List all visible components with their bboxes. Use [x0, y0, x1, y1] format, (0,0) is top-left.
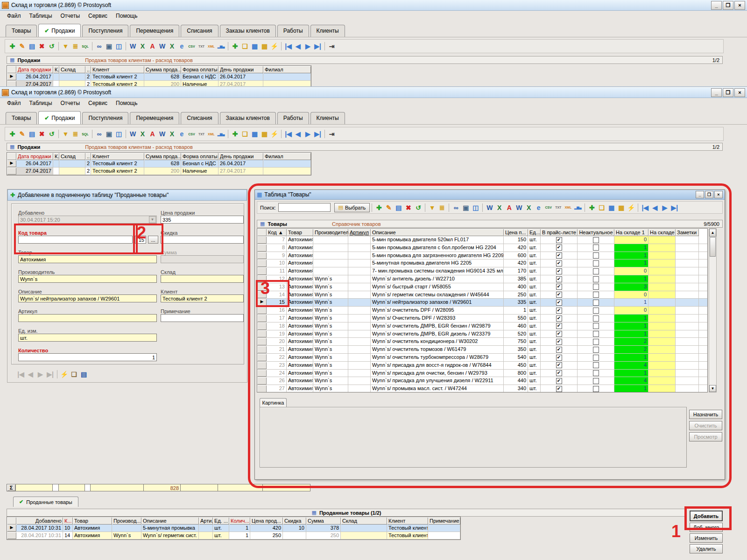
cell[interactable]: Тестовый клиент [387, 532, 428, 539]
assign-button[interactable]: Назначить [689, 410, 722, 419]
cell-tovar[interactable]: Автохимия [287, 299, 313, 306]
tab-4[interactable]: Списания [181, 25, 218, 37]
checkbox-checked-icon[interactable]: ✔ [556, 378, 562, 384]
cell-description[interactable]: Wynn`s/ присадка для улучшения дизеля / … [371, 377, 504, 385]
description-field[interactable]: Wynn`s/ нейтрализатор запахов / W29601 [18, 294, 157, 302]
export-excel-icon[interactable]: X [138, 129, 148, 139]
column-header[interactable]: Форма оплаты [181, 66, 218, 73]
cell[interactable] [59, 168, 85, 175]
table-row[interactable]: 18АвтохимияWynn`sWynn`s/ очиститель ДМРВ… [257, 322, 707, 330]
discount-field[interactable] [161, 236, 244, 244]
cell-description[interactable]: Wynn`s/ присадка для восст-я гидрок-ов /… [371, 362, 504, 369]
cell[interactable]: Тестовый клиент 2 [91, 81, 144, 87]
filter-tree-icon[interactable]: ≣ [437, 203, 447, 212]
column-header[interactable]: Арти... [199, 517, 213, 525]
cell-unit[interactable]: шт. [528, 370, 541, 377]
tab-3[interactable]: Перемещения [130, 112, 179, 124]
column-header[interactable]: Сумма прода... [144, 153, 181, 160]
tab-0[interactable]: Товары [6, 25, 37, 37]
row-selector[interactable] [257, 322, 267, 330]
checkbox-checked-icon[interactable]: ✔ [556, 308, 562, 314]
cell-unit[interactable]: шт. [528, 291, 541, 299]
nav-last-icon[interactable]: ▶| [313, 42, 323, 51]
cell-unit[interactable]: шт. [528, 236, 541, 244]
table-row[interactable]: 7Автохимия5-мин промывка двигателя 520мл… [257, 236, 707, 244]
edit-record-icon[interactable]: ✎ [17, 42, 27, 51]
row-selector[interactable] [257, 377, 267, 385]
column-header[interactable]: К... [53, 66, 59, 73]
row-selector[interactable] [257, 370, 267, 377]
cell-inactive[interactable] [578, 370, 614, 377]
cell-article[interactable] [348, 377, 371, 385]
print-icon[interactable]: ▣ [104, 129, 114, 139]
column-header[interactable]: Дата продажи [16, 66, 53, 73]
cell[interactable] [199, 532, 213, 539]
tab-7[interactable]: Клиенты [310, 112, 345, 124]
cell-code[interactable]: 26 [267, 377, 287, 385]
checkbox-unchecked-icon[interactable] [593, 315, 599, 322]
column-header[interactable]: Форма оплаты [181, 153, 218, 160]
cell-code[interactable]: 16 [267, 307, 287, 314]
cell-manufacturer[interactable]: Wynn`s [313, 275, 348, 283]
select-button[interactable]: ▤ Выбрать [334, 203, 370, 212]
cell-unit[interactable]: шт. [528, 338, 541, 345]
cell[interactable] [53, 168, 59, 175]
cell-price[interactable]: 800 [504, 370, 528, 377]
cell-stock1[interactable]: 1 [614, 259, 648, 267]
row-selector[interactable]: ▶ [7, 73, 16, 80]
cell[interactable]: 628 [144, 160, 181, 167]
column-header[interactable]: Описание [141, 517, 199, 525]
cell-stock2[interactable] [648, 315, 676, 322]
cell-notes[interactable] [676, 362, 699, 369]
cell-code[interactable]: 21 [267, 346, 287, 353]
cell-manufacturer[interactable]: Wynn`s [313, 377, 348, 385]
cell[interactable] [263, 160, 311, 167]
cell-tovar[interactable]: Автохимия [287, 275, 313, 283]
client-field[interactable]: Тестовый клиент 2 [161, 294, 244, 302]
delete-record-icon[interactable]: ✖ [403, 203, 413, 212]
cell[interactable]: 26.04.2017 [16, 73, 53, 80]
cell[interactable]: 26.04.2017 [16, 160, 53, 167]
cell-inactive[interactable] [578, 307, 614, 314]
column-header[interactable]: Производитель [313, 229, 348, 236]
cell-code[interactable]: 11 [267, 267, 287, 275]
export-html-icon[interactable]: e [534, 203, 543, 212]
restore-button[interactable]: ❐ [723, 88, 733, 97]
menu-item-3[interactable]: Сервис [84, 11, 112, 21]
checkbox-checked-icon[interactable]: ✔ [556, 347, 562, 353]
cell[interactable] [199, 525, 213, 532]
export-word-report-icon[interactable]: W [157, 129, 167, 139]
compute-icon[interactable]: ⚡ [626, 203, 636, 212]
cell-tovar[interactable]: Автохимия [287, 236, 313, 244]
cell-notes[interactable] [676, 330, 699, 338]
cell-description[interactable]: Wynn`s/ очиститель турбокомпрессора / W2… [371, 354, 504, 361]
cell[interactable]: Wynn`s/ герметик сист. [141, 532, 199, 539]
export-excel-report-icon[interactable]: X [167, 129, 177, 139]
delete-record-icon[interactable]: ✖ [37, 42, 47, 51]
cell[interactable]: 420 [250, 525, 283, 532]
table-row[interactable]: 14АвтохимияWynn`sWynn`s/ герметик систем… [257, 291, 707, 299]
cell[interactable] [53, 160, 59, 167]
cell-notes[interactable] [676, 259, 699, 267]
cell[interactable] [59, 160, 85, 167]
cell-manufacturer[interactable] [313, 244, 348, 252]
cell[interactable]: 28.04.2017 10:31 [16, 525, 63, 532]
close-button[interactable]: × [734, 88, 745, 97]
column-header[interactable]: Клиент [91, 66, 144, 73]
cell[interactable]: Автохимия [73, 525, 112, 532]
cell[interactable] [263, 168, 311, 175]
cell-stock2[interactable] [648, 307, 676, 314]
cell-price[interactable]: 420 [504, 244, 528, 252]
cell-description[interactable]: Wynn`s/ Очиститель DPF / W28393 [371, 315, 504, 322]
cell-unit[interactable]: шт. [528, 275, 541, 283]
cell-price[interactable]: 250 [504, 291, 528, 299]
tab-1[interactable]: ✔Продажи [38, 24, 81, 37]
cell-manufacturer[interactable] [313, 259, 348, 267]
cell-tovar[interactable]: Автохимия [287, 346, 313, 353]
cell[interactable] [341, 532, 387, 539]
cell-inactive[interactable] [578, 291, 614, 299]
checkbox-unchecked-icon[interactable] [593, 331, 599, 337]
row-selector[interactable] [257, 315, 267, 322]
copy-record-icon[interactable]: ▤ [394, 203, 403, 212]
table-row[interactable]: 28.04.2017 10:3114АвтохимияWynn`sWynn`s/… [7, 532, 460, 539]
